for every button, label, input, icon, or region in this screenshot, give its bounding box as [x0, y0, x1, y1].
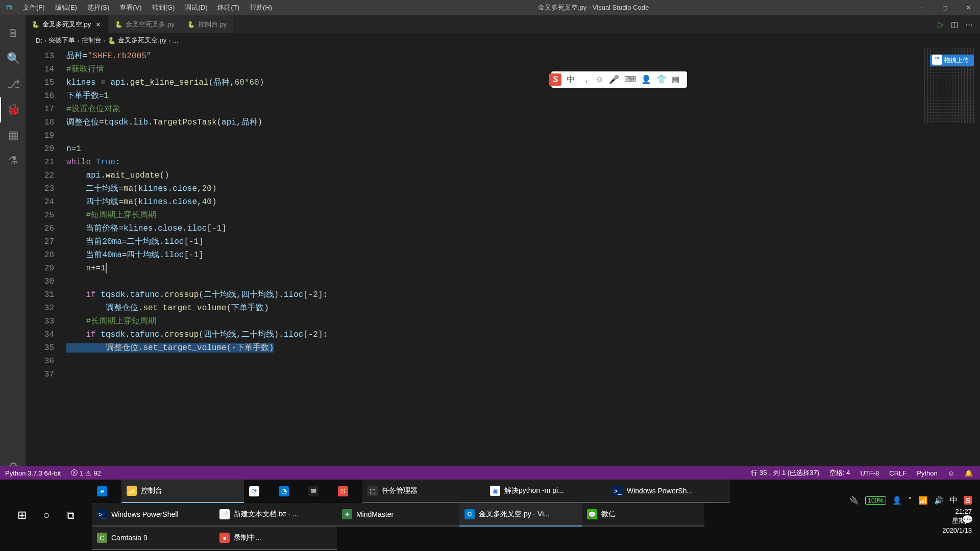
- tab-label: 金叉空死叉多.py: [126, 20, 174, 29]
- code-editor[interactable]: 1314151617181920212223242526272829303132…: [26, 47, 980, 480]
- taskbar-item[interactable]: 💬微信: [582, 503, 704, 527]
- menu-item[interactable]: 选择(S): [82, 0, 114, 15]
- menu-item[interactable]: 调试(D): [180, 0, 212, 15]
- taskbar-item[interactable]: >_Windows PowerSh...: [607, 480, 730, 503]
- app-icon: 📁: [127, 486, 137, 496]
- taskbar-item-label: 微信: [601, 510, 616, 519]
- taskbar-item[interactable]: ●录制中...: [214, 527, 337, 550]
- taskbar-item[interactable]: S: [333, 480, 362, 503]
- ime-tool-icon[interactable]: ，: [582, 75, 591, 84]
- action-center-icon[interactable]: 💬: [962, 514, 973, 525]
- taskbar-item-label: 金叉多死叉空.py - Vi...: [479, 510, 550, 519]
- people-icon[interactable]: 👤: [892, 496, 902, 505]
- ime-tool-icon[interactable]: ▦: [672, 75, 679, 84]
- debug-icon[interactable]: 🐞: [0, 97, 26, 122]
- cortana-icon[interactable]: ○: [35, 509, 58, 522]
- clock-date: 2020/1/13: [942, 526, 972, 535]
- tab-label: 控制台.py: [198, 20, 227, 29]
- volume-icon[interactable]: 🔊: [934, 496, 944, 505]
- status-indentation[interactable]: 空格: 4: [824, 468, 855, 478]
- taskbar-item[interactable]: >_Windows PowerShell: [92, 503, 214, 527]
- app-icon: C: [97, 533, 107, 543]
- task-view-icon[interactable]: ⧉: [58, 509, 83, 522]
- code-content[interactable]: 品种="SHFE.rb2005"#获取行情klines = api.get_kl…: [66, 47, 980, 480]
- ime-tool-icon[interactable]: ⌨: [624, 75, 636, 84]
- taskbar-item[interactable]: ◔: [274, 480, 303, 503]
- breadcrumb-separator-icon: ›: [44, 37, 46, 44]
- run-button[interactable]: ▷: [938, 20, 944, 29]
- status-cursor-position[interactable]: 行 35，列 1 (已选择37): [746, 468, 824, 478]
- testing-icon[interactable]: ⚗: [0, 148, 26, 173]
- status-feedback-icon[interactable]: ☺: [943, 469, 960, 477]
- taskbar-item[interactable]: 📄新建文本文档.txt - ...: [214, 503, 337, 527]
- taskbar-item-label: 控制台: [141, 486, 162, 495]
- app-icon: >_: [97, 509, 107, 519]
- app-icon: 💬: [587, 509, 597, 519]
- ime-tool-icon[interactable]: 👤: [641, 75, 651, 84]
- taskbar-item[interactable]: CCamtasia 9: [92, 527, 214, 550]
- tray-chevron-up-icon[interactable]: ˄: [908, 496, 912, 505]
- breadcrumb[interactable]: D:›突破下单›控制台›🐍 金叉多死叉空.py›...: [26, 33, 980, 47]
- taskbar-item[interactable]: ⬚任务管理器: [362, 480, 485, 503]
- editor-tab[interactable]: 🐍金叉空死叉多.py: [109, 15, 181, 33]
- status-encoding[interactable]: UTF-8: [855, 469, 884, 477]
- menu-item[interactable]: 终端(T): [212, 0, 244, 15]
- breadcrumb-item[interactable]: 金叉多死叉空.py: [118, 36, 166, 45]
- app-icon: ✉: [308, 486, 318, 496]
- upload-widget[interactable]: 拖拽上传: [930, 55, 974, 66]
- breadcrumb-item[interactable]: 突破下单: [48, 36, 75, 45]
- taskbar-item-label: 任务管理器: [382, 486, 418, 495]
- sogou-tray-icon[interactable]: S: [964, 496, 972, 505]
- more-actions-icon[interactable]: ⋯: [965, 20, 973, 29]
- battery-indicator[interactable]: 100%: [865, 496, 886, 505]
- minimize-button[interactable]: ─: [910, 0, 933, 15]
- status-problems[interactable]: ⓧ1 ⚠92: [66, 468, 106, 478]
- app-icon: 📄: [219, 509, 230, 519]
- taskbar-item[interactable]: ✦MindMaster: [337, 503, 459, 527]
- power-plug-icon[interactable]: 🔌: [849, 496, 859, 505]
- menu-item[interactable]: 转到(G): [147, 0, 180, 15]
- tab-close-icon[interactable]: ×: [94, 20, 102, 29]
- taskbar-item[interactable]: ✉: [303, 480, 333, 503]
- menu-item[interactable]: 编辑(E): [50, 0, 82, 15]
- source-control-icon[interactable]: ⎇: [0, 71, 26, 97]
- split-editor-icon[interactable]: ◫: [951, 20, 958, 29]
- wifi-icon[interactable]: 📶: [918, 496, 928, 505]
- menu-item[interactable]: 文件(F): [18, 0, 50, 15]
- status-notifications-icon[interactable]: 🔔: [960, 469, 980, 477]
- search-icon[interactable]: 🔍: [0, 46, 26, 71]
- ime-toolbar[interactable]: S 中 ，☺🎤⌨👤👕▦: [551, 71, 687, 88]
- app-icon: ⧉: [464, 509, 475, 519]
- start-button[interactable]: ⊞: [9, 509, 35, 522]
- extensions-icon[interactable]: ▦: [0, 122, 26, 148]
- maximize-button[interactable]: ▢: [933, 0, 957, 15]
- system-tray[interactable]: 🔌 100% 👤 ˄ 📶 🔊 中 S: [849, 495, 972, 505]
- taskbar-item[interactable]: e: [92, 480, 121, 503]
- editor-tab[interactable]: 🐍金叉多死叉空.py×: [26, 15, 109, 33]
- breadcrumb-item[interactable]: 控制台: [82, 36, 102, 45]
- breadcrumb-item[interactable]: D:: [36, 37, 42, 44]
- editor-tabs: 🐍金叉多死叉空.py×🐍金叉空死叉多.py🐍控制台.py: [26, 15, 980, 33]
- taskbar-item[interactable]: ⧉金叉多死叉空.py - Vi...: [459, 503, 582, 527]
- taskbar-item-label: Windows PowerSh...: [627, 487, 693, 495]
- error-icon: ⓧ: [71, 468, 78, 478]
- taskbar-item[interactable]: 🛍: [244, 480, 274, 503]
- taskbar-item[interactable]: 📁控制台: [121, 480, 244, 503]
- breadcrumb-item[interactable]: ...: [173, 37, 179, 44]
- breadcrumb-separator-icon: ›: [104, 37, 106, 44]
- status-python-version[interactable]: Python 3.7.3 64-bit: [0, 469, 66, 477]
- ime-lang-toggle[interactable]: 中: [567, 74, 575, 85]
- status-eol[interactable]: CRLF: [884, 469, 912, 477]
- ime-tool-icon[interactable]: 🎤: [609, 75, 619, 84]
- taskbar-item[interactable]: ◉解决python -m pi...: [485, 480, 607, 503]
- app-icon: ●: [219, 533, 230, 543]
- editor-tab[interactable]: 🐍控制台.py: [181, 15, 233, 33]
- status-language[interactable]: Python: [912, 469, 942, 477]
- menu-item[interactable]: 帮助(H): [244, 0, 277, 15]
- close-button[interactable]: ✕: [957, 0, 980, 15]
- menu-item[interactable]: 查看(V): [114, 0, 146, 15]
- ime-tool-icon[interactable]: 👕: [656, 75, 667, 84]
- ime-indicator[interactable]: 中: [950, 495, 958, 505]
- ime-tool-icon[interactable]: ☺: [596, 75, 604, 84]
- explorer-icon[interactable]: 🗎: [0, 20, 26, 46]
